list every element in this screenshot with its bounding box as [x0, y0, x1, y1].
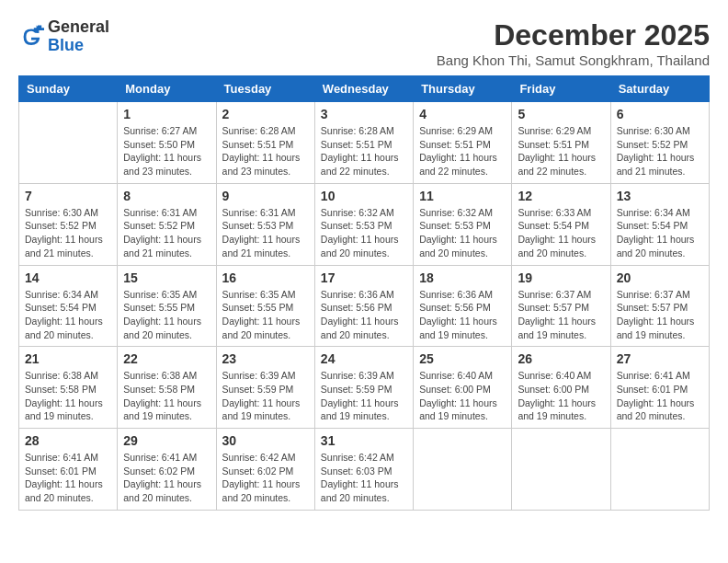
day-number: 25: [419, 351, 506, 366]
week-row-5: 28Sunrise: 6:41 AM Sunset: 6:01 PM Dayli…: [19, 429, 710, 511]
week-row-2: 7Sunrise: 6:30 AM Sunset: 5:52 PM Daylig…: [19, 183, 710, 265]
day-info: Sunrise: 6:35 AM Sunset: 5:55 PM Dayligh…: [123, 288, 210, 342]
day-info: Sunrise: 6:27 AM Sunset: 5:50 PM Dayligh…: [123, 124, 210, 178]
day-number: 6: [617, 107, 703, 121]
col-header-friday: Friday: [512, 76, 610, 102]
calendar-table: SundayMondayTuesdayWednesdayThursdayFrid…: [18, 75, 710, 511]
calendar-cell: 9Sunrise: 6:31 AM Sunset: 5:53 PM Daylig…: [216, 183, 314, 265]
day-info: Sunrise: 6:35 AM Sunset: 5:55 PM Dayligh…: [222, 288, 309, 342]
day-info: Sunrise: 6:29 AM Sunset: 5:51 PM Dayligh…: [419, 124, 506, 178]
calendar-cell: 4Sunrise: 6:29 AM Sunset: 5:51 PM Daylig…: [414, 102, 512, 184]
calendar-cell: 16Sunrise: 6:35 AM Sunset: 5:55 PM Dayli…: [216, 265, 314, 347]
day-info: Sunrise: 6:34 AM Sunset: 5:54 PM Dayligh…: [25, 288, 111, 342]
calendar-cell: 14Sunrise: 6:34 AM Sunset: 5:54 PM Dayli…: [19, 265, 118, 347]
calendar-cell: 19Sunrise: 6:37 AM Sunset: 5:57 PM Dayli…: [512, 265, 610, 347]
day-info: Sunrise: 6:31 AM Sunset: 5:53 PM Dayligh…: [222, 206, 309, 260]
day-info: Sunrise: 6:39 AM Sunset: 5:59 PM Dayligh…: [321, 369, 407, 423]
location-title: Bang Khon Thi, Samut Songkhram, Thailand: [437, 52, 710, 68]
calendar-cell: 27Sunrise: 6:41 AM Sunset: 6:01 PM Dayli…: [610, 347, 709, 429]
calendar-cell: 20Sunrise: 6:37 AM Sunset: 5:57 PM Dayli…: [610, 265, 709, 347]
calendar-cell: 13Sunrise: 6:34 AM Sunset: 5:54 PM Dayli…: [610, 183, 709, 265]
calendar-cell: 18Sunrise: 6:36 AM Sunset: 5:56 PM Dayli…: [414, 265, 512, 347]
day-number: 19: [518, 270, 604, 285]
day-number: 18: [419, 270, 506, 285]
calendar-cell: 5Sunrise: 6:29 AM Sunset: 5:51 PM Daylig…: [512, 102, 610, 184]
day-info: Sunrise: 6:40 AM Sunset: 6:00 PM Dayligh…: [518, 369, 604, 423]
day-number: 31: [321, 433, 407, 448]
calendar-cell: [610, 429, 709, 511]
day-number: 17: [321, 270, 407, 285]
day-number: 13: [617, 189, 703, 203]
logo-icon: [18, 24, 44, 50]
calendar-cell: 21Sunrise: 6:38 AM Sunset: 5:58 PM Dayli…: [19, 347, 118, 429]
day-info: Sunrise: 6:40 AM Sunset: 6:00 PM Dayligh…: [419, 369, 506, 423]
day-info: Sunrise: 6:28 AM Sunset: 5:51 PM Dayligh…: [222, 124, 309, 178]
day-info: Sunrise: 6:42 AM Sunset: 6:03 PM Dayligh…: [321, 451, 407, 505]
day-info: Sunrise: 6:34 AM Sunset: 5:54 PM Dayligh…: [617, 206, 703, 260]
col-header-thursday: Thursday: [414, 76, 512, 102]
week-row-4: 21Sunrise: 6:38 AM Sunset: 5:58 PM Dayli…: [19, 347, 710, 429]
calendar-cell: [19, 102, 118, 184]
day-number: 15: [123, 270, 210, 285]
calendar-header-row: SundayMondayTuesdayWednesdayThursdayFrid…: [19, 76, 710, 102]
day-info: Sunrise: 6:41 AM Sunset: 6:01 PM Dayligh…: [25, 451, 111, 505]
day-number: 12: [518, 189, 604, 203]
day-number: 30: [222, 433, 309, 448]
day-info: Sunrise: 6:28 AM Sunset: 5:51 PM Dayligh…: [321, 124, 407, 178]
day-number: 23: [222, 351, 309, 366]
calendar-cell: 28Sunrise: 6:41 AM Sunset: 6:01 PM Dayli…: [19, 429, 118, 511]
day-number: 29: [123, 433, 210, 448]
calendar-cell: [414, 429, 512, 511]
col-header-monday: Monday: [118, 76, 216, 102]
day-number: 10: [321, 189, 407, 203]
title-block: December 2025 Bang Khon Thi, Samut Songk…: [437, 18, 710, 68]
calendar-cell: 6Sunrise: 6:30 AM Sunset: 5:52 PM Daylig…: [610, 102, 709, 184]
calendar-cell: 1Sunrise: 6:27 AM Sunset: 5:50 PM Daylig…: [118, 102, 216, 184]
day-info: Sunrise: 6:41 AM Sunset: 6:01 PM Dayligh…: [617, 369, 703, 423]
calendar-cell: 17Sunrise: 6:36 AM Sunset: 5:56 PM Dayli…: [314, 265, 413, 347]
day-number: 9: [222, 189, 309, 203]
calendar-cell: 23Sunrise: 6:39 AM Sunset: 5:59 PM Dayli…: [216, 347, 314, 429]
day-info: Sunrise: 6:32 AM Sunset: 5:53 PM Dayligh…: [419, 206, 506, 260]
day-info: Sunrise: 6:36 AM Sunset: 5:56 PM Dayligh…: [419, 288, 506, 342]
day-info: Sunrise: 6:32 AM Sunset: 5:53 PM Dayligh…: [321, 206, 407, 260]
day-number: 14: [25, 270, 111, 285]
day-info: Sunrise: 6:30 AM Sunset: 5:52 PM Dayligh…: [25, 206, 111, 260]
calendar-cell: 7Sunrise: 6:30 AM Sunset: 5:52 PM Daylig…: [19, 183, 118, 265]
logo: General Blue: [18, 18, 109, 55]
calendar-cell: 24Sunrise: 6:39 AM Sunset: 5:59 PM Dayli…: [314, 347, 413, 429]
week-row-3: 14Sunrise: 6:34 AM Sunset: 5:54 PM Dayli…: [19, 265, 710, 347]
day-number: 5: [518, 107, 604, 121]
day-number: 28: [25, 433, 111, 448]
calendar-cell: 31Sunrise: 6:42 AM Sunset: 6:03 PM Dayli…: [314, 429, 413, 511]
day-info: Sunrise: 6:38 AM Sunset: 5:58 PM Dayligh…: [123, 369, 210, 423]
col-header-wednesday: Wednesday: [314, 76, 413, 102]
calendar-cell: 30Sunrise: 6:42 AM Sunset: 6:02 PM Dayli…: [216, 429, 314, 511]
day-info: Sunrise: 6:39 AM Sunset: 5:59 PM Dayligh…: [222, 369, 309, 423]
month-title: December 2025: [437, 18, 710, 52]
day-info: Sunrise: 6:31 AM Sunset: 5:52 PM Dayligh…: [123, 206, 210, 260]
day-info: Sunrise: 6:38 AM Sunset: 5:58 PM Dayligh…: [25, 369, 111, 423]
col-header-sunday: Sunday: [19, 76, 118, 102]
col-header-saturday: Saturday: [610, 76, 709, 102]
day-number: 2: [222, 107, 309, 121]
calendar-cell: 12Sunrise: 6:33 AM Sunset: 5:54 PM Dayli…: [512, 183, 610, 265]
day-info: Sunrise: 6:37 AM Sunset: 5:57 PM Dayligh…: [518, 288, 604, 342]
week-row-1: 1Sunrise: 6:27 AM Sunset: 5:50 PM Daylig…: [19, 102, 710, 184]
day-info: Sunrise: 6:29 AM Sunset: 5:51 PM Dayligh…: [518, 124, 604, 178]
day-info: Sunrise: 6:41 AM Sunset: 6:02 PM Dayligh…: [123, 451, 210, 505]
day-number: 1: [123, 107, 210, 121]
calendar-cell: 2Sunrise: 6:28 AM Sunset: 5:51 PM Daylig…: [216, 102, 314, 184]
calendar-cell: 8Sunrise: 6:31 AM Sunset: 5:52 PM Daylig…: [118, 183, 216, 265]
day-number: 8: [123, 189, 210, 203]
calendar-cell: 15Sunrise: 6:35 AM Sunset: 5:55 PM Dayli…: [118, 265, 216, 347]
calendar-cell: [512, 429, 610, 511]
day-number: 4: [419, 107, 506, 121]
logo-blue-text: Blue: [48, 36, 84, 54]
calendar-cell: 29Sunrise: 6:41 AM Sunset: 6:02 PM Dayli…: [118, 429, 216, 511]
day-number: 3: [321, 107, 407, 121]
day-number: 7: [25, 189, 111, 203]
calendar-cell: 11Sunrise: 6:32 AM Sunset: 5:53 PM Dayli…: [414, 183, 512, 265]
day-info: Sunrise: 6:30 AM Sunset: 5:52 PM Dayligh…: [617, 124, 703, 178]
day-number: 16: [222, 270, 309, 285]
